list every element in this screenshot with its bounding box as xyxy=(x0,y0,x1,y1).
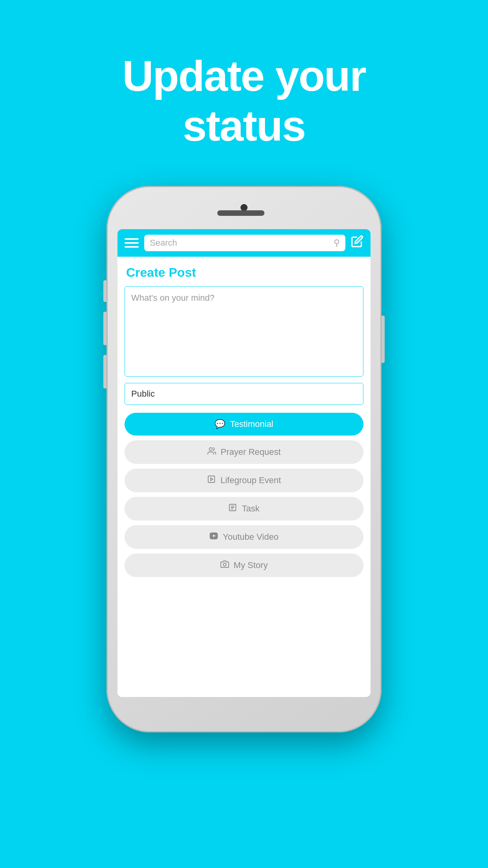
svg-point-7 xyxy=(223,563,226,566)
post-type-youtube-video[interactable]: Youtube Video xyxy=(125,525,363,549)
phone-screen: Search ⚲ Create Post xyxy=(117,229,371,697)
hamburger-menu-button[interactable] xyxy=(125,238,139,248)
prayer-icon xyxy=(207,447,216,458)
svg-marker-2 xyxy=(211,478,213,480)
post-type-list: 💬 Testimonial xyxy=(125,413,363,577)
lifegroup-icon xyxy=(207,475,216,486)
task-icon xyxy=(228,503,237,514)
testimonial-icon: 💬 xyxy=(215,419,225,429)
youtube-label: Youtube Video xyxy=(223,532,279,542)
side-button-mute xyxy=(103,280,106,302)
search-placeholder-text: Search xyxy=(150,238,330,248)
app-container: Search ⚲ Create Post xyxy=(117,229,371,697)
visibility-selector[interactable]: Public xyxy=(125,383,363,405)
my-story-icon xyxy=(220,560,229,571)
app-main-content: Create Post What's on your mind? Public … xyxy=(117,257,371,697)
phone-shell: Search ⚲ Create Post xyxy=(106,186,382,732)
create-post-heading: Create Post xyxy=(117,257,371,286)
hamburger-line-3 xyxy=(125,246,139,248)
phone-mockup: Search ⚲ Create Post xyxy=(106,186,382,732)
side-button-power xyxy=(382,316,385,363)
headline-line2: status xyxy=(183,101,305,150)
post-type-lifegroup-event[interactable]: Lifegroup Event xyxy=(125,469,363,492)
search-bar[interactable]: Search ⚲ xyxy=(144,235,345,251)
side-button-volume-down xyxy=(103,355,106,388)
app-navbar: Search ⚲ xyxy=(117,229,371,257)
post-type-my-story[interactable]: My Story xyxy=(125,554,363,577)
post-type-testimonial[interactable]: 💬 Testimonial xyxy=(125,413,363,436)
testimonial-label: Testimonial xyxy=(230,419,273,429)
svg-point-0 xyxy=(209,448,212,451)
lifegroup-label: Lifegroup Event xyxy=(220,475,281,485)
post-placeholder-text: What's on your mind? xyxy=(131,293,357,303)
hamburger-line-2 xyxy=(125,242,139,244)
phone-speaker xyxy=(217,210,264,216)
my-story-label: My Story xyxy=(234,560,268,570)
headline-line1: Update your xyxy=(122,51,366,100)
prayer-label: Prayer Request xyxy=(221,447,281,457)
youtube-icon xyxy=(209,531,218,542)
headline-text: Update your status xyxy=(122,51,366,151)
hamburger-line-1 xyxy=(125,238,139,240)
visibility-value: Public xyxy=(131,389,155,399)
svg-rect-1 xyxy=(208,476,215,483)
task-label: Task xyxy=(242,504,259,514)
edit-post-button[interactable] xyxy=(351,235,363,251)
post-type-prayer-request[interactable]: Prayer Request xyxy=(125,440,363,464)
search-icon: ⚲ xyxy=(334,238,340,248)
post-text-input[interactable]: What's on your mind? xyxy=(125,286,363,377)
side-button-volume-up xyxy=(103,312,106,345)
post-type-task[interactable]: Task xyxy=(125,497,363,520)
